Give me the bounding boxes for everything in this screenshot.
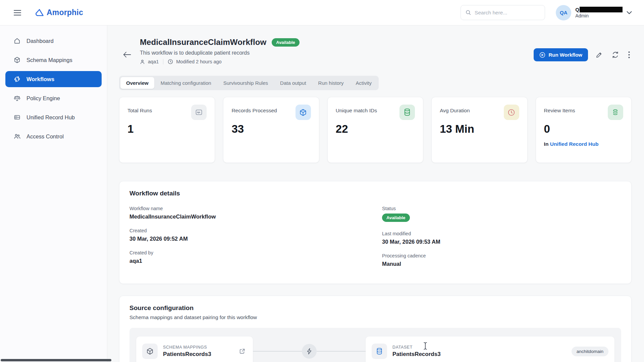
node-type-label: SCHEMA MAPPINGS bbox=[163, 345, 211, 350]
created-value: 30 Mar, 2026 09:52 AM bbox=[129, 236, 369, 242]
horizontal-scrollbar[interactable] bbox=[1, 359, 111, 361]
sidebar-item-label: Policy Engine bbox=[26, 95, 60, 102]
stat-card-records-processed: Records Processed 33 bbox=[223, 97, 319, 163]
database-icon bbox=[399, 105, 415, 120]
workflow-name-value: MedicalInsuranceClaimWorkflow bbox=[129, 214, 369, 220]
user-name: Q bbox=[575, 7, 623, 12]
sidebar-item-label: Schema Mappings bbox=[26, 57, 72, 63]
field-label: Processing cadence bbox=[382, 253, 621, 258]
play-circle-icon bbox=[539, 52, 545, 58]
stat-card-avg-duration: Avg Duration 13 Min bbox=[431, 97, 527, 163]
users-icon bbox=[13, 133, 21, 140]
section-subtitle: Schema mappings and dataset pairing for … bbox=[129, 314, 621, 320]
database-icon bbox=[372, 344, 387, 359]
search-icon bbox=[466, 9, 471, 16]
home-icon bbox=[13, 38, 21, 44]
amorphic-logo[interactable]: Amorphic bbox=[34, 8, 83, 17]
chevron-down-icon[interactable] bbox=[627, 11, 632, 14]
refresh-button[interactable] bbox=[610, 50, 621, 60]
page-title: MedicalInsuranceClaimWorkflow bbox=[140, 38, 266, 47]
field-label: Created bbox=[129, 228, 369, 233]
stat-label: Records Processed bbox=[231, 105, 277, 114]
created-by-value: aqa1 bbox=[129, 258, 369, 264]
stat-value: 33 bbox=[231, 123, 311, 135]
layers-icon bbox=[608, 105, 623, 120]
tab-bar: Overview Matching configuration Survivou… bbox=[119, 76, 379, 90]
back-arrow-icon bbox=[123, 52, 131, 58]
workflow-icon bbox=[13, 76, 21, 82]
tab-activity[interactable]: Activity bbox=[350, 77, 377, 89]
stat-card-review-items: Review Items 0 In Unified Record Hub bbox=[536, 97, 632, 163]
open-schema-mapping-button[interactable] bbox=[237, 347, 247, 356]
hamburger-menu-icon[interactable] bbox=[11, 8, 23, 18]
search-box[interactable] bbox=[461, 5, 545, 20]
domain-badge: anchitdomain bbox=[572, 347, 608, 356]
workflow-header: MedicalInsuranceClaimWorkflow Available … bbox=[119, 38, 632, 64]
stat-value: 0 bbox=[544, 123, 623, 135]
search-input[interactable] bbox=[475, 10, 540, 16]
sidebar-item-access-control[interactable]: Access Control bbox=[5, 128, 102, 144]
app-page: Amorphic QA Q Admin bbox=[0, 0, 644, 362]
record-hub-icon bbox=[13, 114, 21, 121]
schema-mapping-node: SCHEMA MAPPINGS PatientsRecords3 bbox=[136, 337, 253, 362]
sidebar-item-label: Access Control bbox=[26, 133, 64, 140]
edit-button[interactable] bbox=[594, 50, 604, 60]
user-menu[interactable]: QA Q Admin bbox=[556, 5, 632, 20]
review-items-footer: In Unified Record Hub bbox=[544, 141, 623, 148]
stat-value: 13 Min bbox=[440, 123, 519, 135]
tab-run-history[interactable]: Run history bbox=[313, 77, 350, 89]
stat-cards: Total Runs 1 Records Processed 33 bbox=[119, 97, 632, 163]
section-title: Source configuration bbox=[129, 304, 621, 312]
sidebar-item-policy-engine[interactable]: Policy Engine bbox=[5, 90, 102, 106]
workflow-description: This workflow is to deduplicate patient … bbox=[140, 50, 300, 56]
status-badge: Available bbox=[382, 214, 410, 222]
sidebar: Dashboard Schema Mappings Workflows Poli… bbox=[0, 25, 107, 362]
sidebar-item-label: Dashboard bbox=[26, 38, 54, 44]
dataset-node: DATASET PatientsRecords3 anchitdomain bbox=[366, 337, 614, 362]
source-flow-panel: SCHEMA MAPPINGS PatientsRecords3 bbox=[129, 328, 621, 362]
kebab-icon bbox=[628, 51, 630, 58]
main-content: MedicalInsuranceClaimWorkflow Available … bbox=[107, 25, 644, 362]
tab-survivourship-rules[interactable]: Survivourship Rules bbox=[218, 77, 274, 89]
node-type-label: DATASET bbox=[392, 345, 441, 350]
last-modified-value: 30 Mar, 2026 09:53 AM bbox=[382, 239, 621, 245]
sidebar-item-workflows[interactable]: Workflows bbox=[5, 71, 102, 87]
sidebar-item-schema-mappings[interactable]: Schema Mappings bbox=[5, 52, 102, 68]
pencil-icon bbox=[596, 52, 602, 58]
bolt-icon bbox=[302, 344, 317, 359]
run-workflow-button[interactable]: Run Workflow bbox=[534, 48, 588, 61]
cadence-value: Manual bbox=[382, 261, 621, 267]
more-options-button[interactable] bbox=[627, 50, 632, 60]
stat-label: Review Items bbox=[544, 105, 575, 114]
sidebar-item-label: Workflows bbox=[26, 76, 54, 82]
sidebar-item-unified-record-hub[interactable]: Unified Record Hub bbox=[5, 109, 102, 125]
field-label: Status bbox=[382, 206, 621, 211]
avatar: QA bbox=[556, 5, 571, 20]
field-label: Created by bbox=[129, 250, 369, 255]
section-title: Workflow details bbox=[129, 190, 621, 197]
tab-overview[interactable]: Overview bbox=[120, 77, 154, 89]
field-label: Last modified bbox=[382, 231, 621, 236]
stat-value: 1 bbox=[127, 123, 207, 135]
sidebar-item-label: Unified Record Hub bbox=[26, 114, 75, 121]
stat-card-total-runs: Total Runs 1 bbox=[119, 97, 215, 163]
stat-value: 22 bbox=[336, 123, 415, 135]
back-button[interactable] bbox=[122, 50, 132, 59]
person-icon bbox=[140, 59, 145, 64]
logo-text: Amorphic bbox=[47, 8, 83, 17]
external-link-icon bbox=[239, 348, 246, 355]
sidebar-item-dashboard[interactable]: Dashboard bbox=[5, 33, 102, 49]
cube-icon bbox=[296, 105, 311, 120]
cube-icon bbox=[13, 57, 21, 63]
workflow-details-section: Workflow details Workflow name MedicalIn… bbox=[119, 181, 632, 284]
tab-data-output[interactable]: Data output bbox=[274, 77, 312, 89]
redacted-username bbox=[580, 7, 623, 12]
divider bbox=[163, 59, 163, 64]
status-badge: Available bbox=[272, 38, 300, 47]
unified-record-hub-link[interactable]: Unified Record Hub bbox=[550, 141, 599, 147]
stat-label: Avg Duration bbox=[440, 105, 470, 114]
field-label: Workflow name bbox=[129, 206, 369, 211]
amorphic-logo-icon bbox=[34, 8, 44, 17]
tab-matching-configuration[interactable]: Matching configuration bbox=[155, 77, 217, 89]
source-configuration-section: Source configuration Schema mappings and… bbox=[119, 296, 632, 362]
